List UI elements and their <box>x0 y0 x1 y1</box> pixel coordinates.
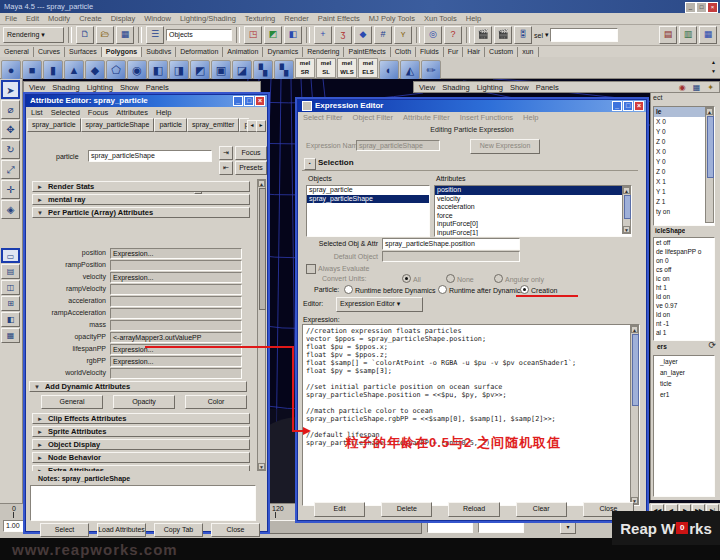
scroll-up-icon[interactable]: ▲ <box>706 108 713 115</box>
menu-item[interactable]: Edit <box>26 14 39 23</box>
panel-light-icon[interactable]: ✦ <box>707 83 714 92</box>
scroll-up-icon[interactable]: ▲ <box>631 326 638 333</box>
expression-editor-footer-button[interactable]: Clear <box>516 502 567 517</box>
add-dynamic-button[interactable]: Opacity <box>113 395 175 409</box>
selected-obj-attr-field[interactable]: spray_particleShape.position <box>382 238 520 250</box>
code-scrollbar[interactable]: ▲ ▼ <box>630 325 639 505</box>
show-channel-box-icon[interactable]: ▦ <box>699 26 717 44</box>
new-expression-button[interactable]: New Expression <box>470 139 540 154</box>
expression-editor-footer-button[interactable]: Reload <box>448 502 499 517</box>
pin-node-icon[interactable]: ⇥ <box>219 146 233 160</box>
attribute-editor-title-bar[interactable]: Attribute Editor: spray_particle _ □ × <box>26 95 267 107</box>
shelf-tool-icon[interactable]: ⬠ <box>106 60 126 80</box>
object-item-selected[interactable]: spray_particleShape <box>307 195 429 204</box>
window-close-button[interactable]: × <box>707 2 718 13</box>
shelf-scroll-up-icon[interactable]: ▲ <box>709 59 718 67</box>
shelf-extra-icon[interactable]: ◐ <box>379 60 399 80</box>
expression-editor-title-bar[interactable]: Expression Editor _ □ × <box>298 100 646 112</box>
menu-item[interactable]: File <box>5 14 17 23</box>
shelf-tool-icon[interactable]: ● <box>1 60 21 80</box>
add-dynamic-button[interactable]: Color <box>185 395 247 409</box>
mask-hierarchy-icon[interactable]: ◳ <box>244 26 262 44</box>
panel-menu-item[interactable]: Panels <box>146 83 169 92</box>
anim-prefs-dropdown-icon[interactable]: ▾ <box>560 521 576 534</box>
shelf-tool-icon[interactable]: ■ <box>22 60 42 80</box>
shelf-tab[interactable]: Hair <box>463 47 485 57</box>
channel-row[interactable]: de lifespanPP o <box>654 247 714 256</box>
menu-item[interactable]: Window <box>144 14 171 23</box>
maximize-icon[interactable]: □ <box>244 96 254 106</box>
layout-shortcut-button[interactable]: ▤ <box>1 264 20 279</box>
collapsed-section-header[interactable]: ► Render Stats <box>32 181 250 192</box>
shelf-scroll-down-icon[interactable]: ▼ <box>709 68 718 76</box>
attribute-value-field[interactable] <box>110 368 242 379</box>
menu-item[interactable]: Attributes <box>116 108 148 117</box>
shelf-mel-script-icon[interactable]: melSR <box>295 58 315 78</box>
scroll-down-icon[interactable]: ▼ <box>258 463 265 470</box>
channel-row[interactable]: nt -1 <box>654 319 714 328</box>
menu-item[interactable]: Help <box>156 108 171 117</box>
attribute-editor-tab[interactable]: spray_particle <box>27 118 81 132</box>
convert-all-radio[interactable] <box>402 274 411 283</box>
scroll-down-icon[interactable]: ▼ <box>623 226 630 233</box>
channel-row[interactable]: al 1 <box>654 328 714 337</box>
menu-item[interactable]: Focus <box>88 108 108 117</box>
shelf-tab[interactable]: Fluids <box>416 47 444 57</box>
shelf-tool-icon[interactable]: ▣ <box>211 60 231 80</box>
layer-item[interactable]: an_layer <box>654 367 714 378</box>
always-evaluate-checkbox[interactable] <box>306 264 316 274</box>
shelf-tab[interactable]: Rendering <box>303 47 344 57</box>
attribute-value-field[interactable] <box>110 308 242 319</box>
channel-row[interactable]: ld on <box>654 292 714 301</box>
attribute-editor-tab[interactable]: spray_emitter <box>187 118 239 132</box>
menuset-selector[interactable]: Rendering ▾ <box>3 27 64 43</box>
scroll-up-icon[interactable]: ▲ <box>258 180 265 187</box>
panel-grid-icon[interactable]: ▦ <box>693 83 701 92</box>
menu-item[interactable]: Selected <box>51 108 80 117</box>
channel-node-header-shape[interactable]: icleShape <box>653 226 685 236</box>
menu-item[interactable]: Create <box>79 14 102 23</box>
menu-item[interactable]: Paint Effects <box>318 14 360 23</box>
save-scene-icon[interactable]: ▦ <box>116 26 134 44</box>
menu-item[interactable]: Attribute Filter <box>403 113 450 122</box>
add-dynamic-section-header[interactable]: ▼ Add Dynamic Attributes <box>29 381 247 392</box>
shelf-tool-icon[interactable]: ◨ <box>169 60 189 80</box>
shelf-mel-script-icon[interactable]: melWLS <box>337 58 357 78</box>
close-icon[interactable]: × <box>255 96 265 106</box>
menu-item[interactable]: Display <box>111 14 136 23</box>
ipr-render-icon[interactable]: 🎬 <box>494 26 512 44</box>
attribute-value-field[interactable] <box>110 296 242 307</box>
channel-row[interactable]: ve 0.97 <box>654 301 714 310</box>
shelf-tool-icon[interactable]: ▚ <box>253 60 273 80</box>
collapsed-section-header[interactable]: ► Sprite Attributes <box>32 426 250 437</box>
layout-shortcut-button[interactable]: ◫ <box>1 280 20 295</box>
menu-item[interactable]: List <box>31 108 43 117</box>
menu-item[interactable]: Help <box>523 113 538 122</box>
shelf-tab[interactable]: Animation <box>223 47 263 57</box>
channel-row[interactable]: ic on <box>654 274 714 283</box>
shelf-tab[interactable]: Custom <box>485 47 518 57</box>
panel-menu-item[interactable]: View <box>419 83 435 92</box>
menu-item[interactable]: Render <box>284 14 309 23</box>
collapsed-section-header[interactable]: ► Extra Attributes <box>32 465 250 471</box>
layer-item[interactable]: _layer <box>654 356 714 367</box>
menu-item[interactable]: Help <box>466 14 481 23</box>
construction-history-icon[interactable]: ◎ <box>424 26 442 44</box>
convert-angular-radio[interactable] <box>494 274 503 283</box>
selection-collapse-icon[interactable]: ▪ <box>304 158 316 170</box>
shelf-tool-icon[interactable]: ◩ <box>190 60 210 80</box>
open-scene-icon[interactable]: 🗁 <box>96 26 114 44</box>
selection-mask-icon[interactable]: ☰ <box>146 26 164 44</box>
expression-code-area[interactable]: //creation expression floats particles v… <box>302 324 640 506</box>
collapsed-section-header[interactable]: ► Node Behavior <box>32 452 250 463</box>
panel-menu-item[interactable]: Lighting <box>87 83 113 92</box>
default-object-field[interactable] <box>382 251 520 262</box>
show-tool-settings-icon[interactable]: ▥ <box>679 26 697 44</box>
shelf-tab[interactable]: Dynamics <box>263 47 303 57</box>
shelf-tab[interactable]: Cloth <box>391 47 416 57</box>
attribute-item[interactable]: velocity <box>435 195 631 204</box>
layout-shortcut-button[interactable]: ▭ <box>1 248 20 263</box>
window-minimize-button[interactable]: _ <box>685 2 696 13</box>
attribute-item[interactable]: acceleration <box>435 203 631 212</box>
show-attribute-editor-icon[interactable]: ▤ <box>659 26 677 44</box>
